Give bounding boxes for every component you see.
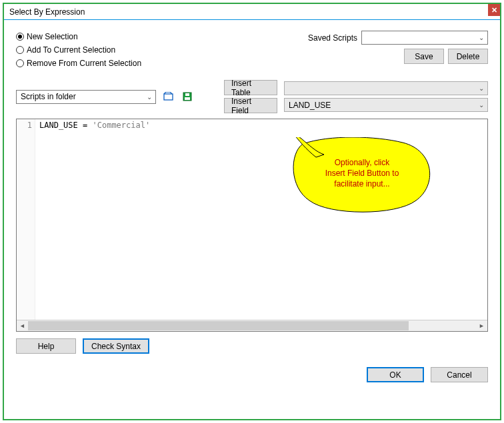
code-area[interactable]: LAND_USE = 'Commercial' — [35, 119, 487, 320]
ok-button[interactable]: OK — [367, 367, 424, 382]
combo-value: LAND_USE — [289, 101, 331, 110]
dialog-buttons-row: OK Cancel — [16, 367, 488, 382]
horizontal-scrollbar[interactable]: ◄ ► — [17, 320, 487, 331]
check-syntax-button[interactable]: Check Syntax — [83, 338, 149, 354]
dialog-window: Select By Expression ✕ New Selection Add… — [3, 3, 501, 420]
insert-table-button[interactable]: Insert Table — [224, 80, 277, 95]
close-icon: ✕ — [491, 6, 497, 15]
scroll-track[interactable] — [28, 320, 476, 331]
saved-scripts-row: Saved Scripts ⌄ — [308, 31, 488, 45]
folder-open-icon — [163, 92, 174, 101]
scroll-right-icon[interactable]: ► — [476, 320, 487, 331]
title-bar: Select By Expression ✕ — [4, 4, 500, 20]
selection-mode-group: New Selection Add To Current Selection R… — [16, 31, 295, 68]
window-title: Select By Expression — [9, 7, 85, 17]
open-script-button[interactable] — [163, 91, 175, 102]
svg-rect-3 — [185, 97, 190, 100]
combo-value: Scripts in folder — [21, 92, 76, 101]
save-button[interactable]: Save — [404, 49, 444, 64]
help-button[interactable]: Help — [16, 338, 76, 354]
field-combo[interactable]: LAND_USE ⌄ — [284, 98, 488, 112]
save-script-button[interactable] — [181, 91, 193, 102]
editor-body: 1 LAND_USE = 'Commercial' — [17, 119, 487, 320]
line-gutter: 1 — [17, 119, 35, 320]
radio-new-selection[interactable]: New Selection — [16, 32, 295, 41]
line-number: 1 — [17, 121, 32, 130]
radio-remove-from-selection[interactable]: Remove From Current Selection — [16, 59, 295, 68]
saved-scripts-label: Saved Scripts — [308, 33, 357, 43]
chevron-down-icon: ⌄ — [477, 34, 486, 41]
cancel-button[interactable]: Cancel — [431, 367, 488, 382]
radio-icon — [16, 33, 24, 41]
close-button[interactable]: ✕ — [488, 4, 500, 16]
saved-scripts-area: Saved Scripts ⌄ Save Delete — [308, 31, 488, 68]
scripts-folder-combo[interactable]: Scripts in folder ⌄ — [16, 90, 156, 104]
expression-editor[interactable]: 1 LAND_USE = 'Commercial' ◄ ► — [16, 119, 488, 332]
chevron-down-icon: ⌄ — [145, 93, 154, 101]
radio-icon — [16, 59, 24, 67]
insert-field-button[interactable]: Insert Field — [224, 98, 277, 113]
chevron-down-icon: ⌄ — [477, 101, 486, 109]
scroll-thumb[interactable] — [28, 321, 409, 330]
chevron-down-icon: ⌄ — [477, 85, 486, 92]
table-combo[interactable]: ⌄ — [284, 81, 488, 95]
dialog-content: New Selection Add To Current Selection R… — [4, 20, 500, 389]
radio-add-to-selection[interactable]: Add To Current Selection — [16, 45, 295, 55]
top-row: New Selection Add To Current Selection R… — [16, 31, 488, 68]
delete-button[interactable]: Delete — [448, 49, 488, 64]
saved-scripts-buttons: Save Delete — [404, 49, 488, 64]
radio-icon — [16, 46, 24, 54]
svg-rect-2 — [185, 93, 189, 96]
insert-buttons-col: Insert Table Insert Field — [224, 80, 277, 113]
help-row: Help Check Syntax — [16, 338, 488, 354]
radio-label: Remove From Current Selection — [27, 59, 141, 68]
svg-rect-0 — [164, 94, 173, 100]
radio-label: Add To Current Selection — [27, 45, 115, 55]
toolbar-row: Scripts in folder ⌄ Insert Table — [16, 80, 488, 113]
radio-label: New Selection — [27, 32, 78, 41]
scroll-left-icon[interactable]: ◄ — [17, 320, 28, 331]
save-disk-icon — [183, 92, 192, 101]
insert-combos-col: ⌄ LAND_USE ⌄ — [284, 81, 488, 112]
saved-scripts-combo[interactable]: ⌄ — [361, 31, 488, 45]
